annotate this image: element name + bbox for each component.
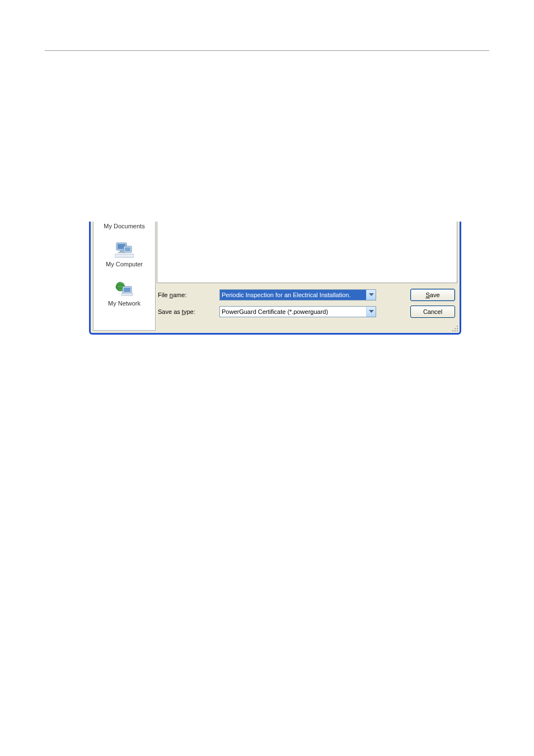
svg-rect-6 (115, 254, 134, 257)
save-as-type-label: Save as type: (158, 308, 219, 315)
file-list-area[interactable] (157, 222, 457, 283)
file-name-value[interactable]: Periodic Inspection for an Electrical In… (220, 290, 366, 300)
svg-rect-2 (120, 250, 123, 252)
places-my-documents[interactable]: My Documents (93, 222, 155, 233)
file-name-label: File name: (158, 292, 219, 298)
places-bar: My Documents My Computer (93, 222, 156, 331)
save-button-rest: ave (430, 292, 440, 298)
form-area: File name: Periodic Inspection for an El… (158, 289, 455, 322)
cancel-button[interactable]: Cancel (410, 306, 455, 318)
save-button-accel: S (425, 292, 429, 298)
save-as-type-dropdown-button[interactable] (366, 307, 376, 317)
places-label: My Documents (104, 223, 144, 229)
resize-grip[interactable] (451, 324, 458, 332)
places-label: My Network (108, 300, 140, 307)
page-divider (45, 50, 489, 51)
file-name-row: File name: Periodic Inspection for an El… (158, 289, 455, 301)
places-label: My Computer (106, 261, 143, 267)
file-name-dropdown-button[interactable] (366, 290, 376, 300)
places-my-computer[interactable]: My Computer (93, 240, 155, 271)
places-my-network[interactable]: My Network (93, 279, 155, 310)
save-as-type-row: Save as type: PowerGuard Certificate (*.… (158, 306, 455, 318)
save-as-type-value: PowerGuard Certificate (*.powerguard) (220, 307, 366, 317)
file-name-combo[interactable]: Periodic Inspection for an Electrical In… (219, 289, 376, 300)
svg-rect-10 (124, 288, 130, 292)
network-icon (115, 281, 134, 299)
save-as-type-combo[interactable]: PowerGuard Certificate (*.powerguard) (219, 306, 376, 317)
dialog-frame: My Documents My Computer (89, 222, 461, 335)
computer-icon (115, 242, 134, 260)
svg-rect-5 (125, 247, 130, 251)
cancel-button-label: Cancel (423, 308, 442, 315)
svg-rect-11 (121, 293, 133, 295)
save-button[interactable]: Save (410, 289, 455, 301)
save-dialog-partial: My Documents My Computer (89, 222, 461, 335)
